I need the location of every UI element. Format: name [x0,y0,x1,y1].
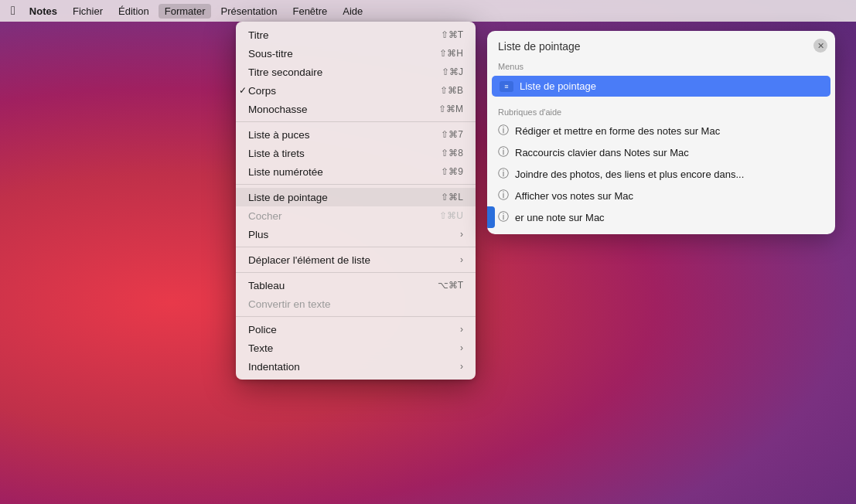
help-menus-label: Menus [487,59,835,76]
menu-item-liste-numerotee-shortcut: ⇧⌘9 [441,166,463,177]
help-topic-label-5: er une note sur Mac [515,212,605,223]
separator-1 [236,121,476,122]
menu-item-liste-numerotee[interactable]: Liste numérotée ⇧⌘9 [236,162,476,181]
menu-item-monochasse-label: Monochasse [248,104,308,115]
menu-item-cocher-shortcut: ⇧⌘U [439,210,463,221]
help-topic-item-5[interactable]: ⓘ er une note sur Mac [487,206,835,228]
help-topic-label-4: Afficher vos notes sur Mac [515,190,633,202]
help-topic-label-1: Rédiger et mettre en forme des notes sur… [515,125,720,137]
menu-item-monochasse[interactable]: Monochasse ⇧⌘M [236,100,476,118]
menu-item-liste-pointage[interactable]: Liste de pointage ⇧⌘L [236,188,476,206]
help-topic-icon-3: ⓘ [498,167,509,181]
menu-item-titre-secondaire[interactable]: Titre secondaire ⇧⌘J [236,63,476,81]
menu-item-cocher-label: Cocher [248,210,282,222]
menu-item-corps-label: Corps [248,85,276,97]
menu-item-liste-tirets-shortcut: ⇧⌘8 [441,148,463,158]
menu-item-liste-pointage-shortcut: ⇧⌘L [441,192,463,203]
menu-item-titre-label: Titre [248,29,269,41]
police-arrow-icon: › [460,324,463,335]
help-topic-item-3[interactable]: ⓘ Joindre des photos, des liens et plus … [487,163,835,185]
separator-4 [236,272,476,273]
menu-item-corps[interactable]: ✓ Corps ⇧⌘B [236,81,476,100]
menu-item-sous-titre[interactable]: Sous-titre ⇧⌘H [236,44,476,63]
texte-arrow-icon: › [460,342,463,353]
help-topic-item-2[interactable]: ⓘ Raccourcis clavier dans Notes sur Mac [487,141,835,163]
menubar-formater[interactable]: Formater [159,4,212,19]
help-close-button[interactable]: ✕ [813,39,827,53]
menu-item-liste-pointage-label: Liste de pointage [248,192,328,203]
help-topic-label-3: Joindre des photos, des liens et plus en… [515,169,744,180]
menu-item-convertir-label: Convertir en texte [248,298,331,310]
menu-item-texte-label: Texte [248,342,273,354]
help-popup-title: Liste de pointage [498,40,824,53]
menu-item-indentation[interactable]: Indentation › [236,357,476,376]
help-topic-icon-1: ⓘ [498,124,509,138]
menu-item-sous-titre-shortcut: ⇧⌘H [439,48,463,59]
menu-item-titre-shortcut: ⇧⌘T [441,29,463,40]
menubar-aide[interactable]: Aide [336,4,369,19]
help-menu-item-liste-pointage[interactable]: ≡ Liste de pointage [492,76,830,97]
blue-arrow [487,206,495,228]
help-topic-item-4[interactable]: ⓘ Afficher vos notes sur Mac [487,185,835,206]
menu-item-tableau-shortcut: ⌥⌘T [438,280,463,291]
menu-item-liste-puces-shortcut: ⇧⌘7 [441,129,463,140]
menubar:  Notes Fichier Édition Formater Présent… [0,0,856,22]
menubar-notes[interactable]: Notes [23,4,63,19]
menu-item-plus-label: Plus [248,229,268,240]
dropdown-menu: Titre ⇧⌘T Sous-titre ⇧⌘H Titre secondair… [236,22,476,380]
menu-item-sous-titre-label: Sous-titre [248,48,293,60]
menubar-fichier[interactable]: Fichier [67,4,109,19]
menu-item-liste-tirets-label: Liste à tirets [248,148,305,159]
menu-item-liste-puces[interactable]: Liste à puces ⇧⌘7 [236,125,476,144]
menu-item-texte[interactable]: Texte › [236,339,476,357]
menubar-presentation[interactable]: Présentation [214,4,283,19]
menu-item-plus[interactable]: Plus › [236,225,476,243]
menu-item-deplacer-label: Déplacer l'élément de liste [248,254,370,266]
help-topic-icon-2: ⓘ [498,145,509,159]
indentation-arrow-icon: › [460,361,463,372]
help-menu-item-label: Liste de pointage [520,80,596,92]
menu-item-liste-puces-label: Liste à puces [248,129,310,141]
menubar-fenetre[interactable]: Fenêtre [286,4,333,19]
menu-item-corps-shortcut: ⇧⌘B [440,85,463,96]
deplacer-arrow-icon: › [460,254,463,265]
help-topics-label: Rubriques d'aide [487,101,835,120]
help-popup-header: Liste de pointage ✕ [487,31,835,59]
help-popup-bottom-spacer [487,228,835,234]
separator-5 [236,316,476,317]
corps-checkmark: ✓ [239,85,247,96]
menu-item-monochasse-shortcut: ⇧⌘M [438,104,463,114]
help-topic-label-2: Raccourcis clavier dans Notes sur Mac [515,147,689,158]
menu-item-indentation-label: Indentation [248,361,300,373]
help-popup: Liste de pointage ✕ Menus ≡ Liste de poi… [487,31,835,234]
help-topic-icon-5: ⓘ [498,210,509,224]
menu-item-titre-secondaire-shortcut: ⇧⌘J [442,66,463,77]
menu-item-police-label: Police [248,324,277,335]
menu-item-tableau-label: Tableau [248,280,285,291]
separator-3 [236,247,476,247]
menu-item-convertir[interactable]: Convertir en texte [236,295,476,313]
menu-item-tableau[interactable]: Tableau ⌥⌘T [236,276,476,295]
menu-item-cocher[interactable]: Cocher ⇧⌘U [236,206,476,225]
apple-menu[interactable]:  [6,2,20,19]
plus-arrow-icon: › [460,229,463,240]
help-menu-item-icon: ≡ [500,81,513,92]
menu-item-liste-numerotee-label: Liste numérotée [248,166,323,178]
menu-item-deplacer[interactable]: Déplacer l'élément de liste › [236,250,476,269]
menu-item-titre-secondaire-label: Titre secondaire [248,66,322,78]
separator-2 [236,184,476,185]
menubar-edition[interactable]: Édition [112,4,155,19]
menu-item-liste-tirets[interactable]: Liste à tirets ⇧⌘8 [236,144,476,162]
help-topic-icon-4: ⓘ [498,189,509,203]
menu-item-titre[interactable]: Titre ⇧⌘T [236,26,476,44]
help-topic-item-1[interactable]: ⓘ Rédiger et mettre en forme des notes s… [487,120,835,141]
menu-item-police[interactable]: Police › [236,320,476,339]
